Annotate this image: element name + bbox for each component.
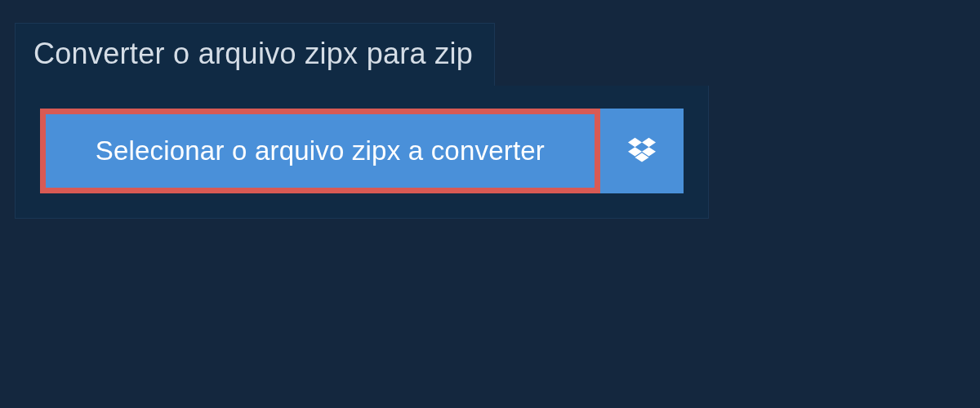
dropbox-icon bbox=[628, 135, 656, 166]
dropbox-button[interactable] bbox=[600, 109, 684, 193]
select-file-button[interactable]: Selecionar o arquivo zipx a converter bbox=[40, 109, 600, 193]
conversion-panel: Selecionar o arquivo zipx a converter bbox=[15, 86, 709, 219]
select-file-label: Selecionar o arquivo zipx a converter bbox=[96, 135, 545, 166]
tab-title: Converter o arquivo zipx para zip bbox=[33, 37, 473, 70]
tab-convert[interactable]: Converter o arquivo zipx para zip bbox=[15, 23, 495, 86]
tab-container: Converter o arquivo zipx para zip bbox=[0, 0, 980, 86]
button-row: Selecionar o arquivo zipx a converter bbox=[40, 109, 684, 193]
